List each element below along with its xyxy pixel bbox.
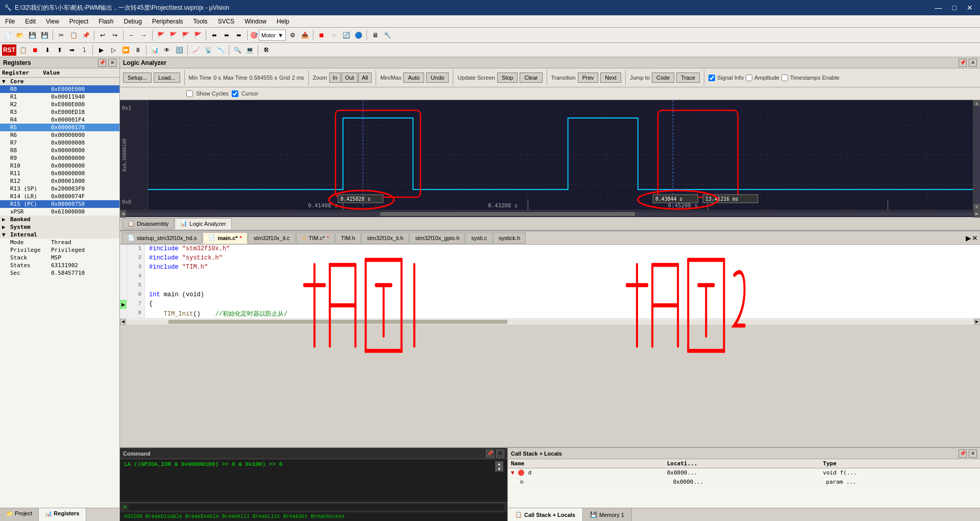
open-btn[interactable]: 📂 [14, 30, 26, 41]
view-watch-btn[interactable]: 👁 [161, 44, 173, 56]
reg-row-r10[interactable]: R10 0x00000000 [0, 162, 119, 170]
bp-btn1[interactable]: 🚩 [155, 30, 166, 41]
view-serial-btn[interactable]: 📡 [203, 44, 214, 56]
tab-systick-h[interactable]: systick.h [493, 232, 526, 244]
tab-stm32-ith[interactable]: stm32f10x_it.h [361, 232, 409, 244]
line-content-2[interactable]: #include "systick.h" [145, 254, 980, 263]
nav-back-btn[interactable]: ← [126, 30, 137, 41]
redo-btn[interactable]: ↪ [109, 30, 120, 41]
zoom-in-btn[interactable]: In [329, 73, 341, 83]
panel-pin-btn[interactable]: 📌 [98, 59, 106, 67]
callstack-pin-btn[interactable]: 📌 [959, 449, 967, 458]
hscroll-left-btn[interactable]: ◀ [120, 210, 126, 218]
auto-btn[interactable]: Auto [403, 73, 424, 83]
tab-startup[interactable]: 📄 startup_stm32f10x_hd.s [122, 232, 202, 244]
save-all-btn[interactable]: 💾 [39, 30, 50, 41]
target-dropdown[interactable]: Motor ▼ [259, 30, 286, 41]
project-tab[interactable]: 📁 Project [0, 508, 39, 521]
reg-row-r0[interactable]: R0 0xE000E000 [0, 85, 119, 93]
timestamps-cb[interactable] [781, 75, 788, 81]
tab-close-all-btn[interactable]: ✕ [972, 234, 978, 242]
reg-row-r3[interactable]: R3 0xE000ED18 [0, 108, 119, 116]
undo-btn[interactable]: ↩ [97, 30, 108, 41]
reg-row-r12[interactable]: R12 0x00001000 [0, 177, 119, 185]
dbg-step-over-btn[interactable]: ⤵ [79, 44, 90, 56]
reg-row-stack[interactable]: Stack MSP [0, 254, 119, 262]
bp-btn3[interactable]: 🚩 [180, 30, 191, 41]
tab-stm32-it[interactable]: stm32f10x_it.c [248, 232, 296, 244]
view-mem-btn[interactable]: 📊 [149, 44, 160, 56]
menu-help[interactable]: Help [272, 17, 295, 26]
reg-group-core[interactable]: ▼ Core [0, 78, 119, 85]
command-input-field[interactable] [129, 504, 504, 510]
menu-view[interactable]: View [41, 17, 64, 26]
show-cycles-cb[interactable] [186, 90, 193, 97]
reg-row-r15[interactable]: R15 (PC) 0x08000758 [0, 200, 119, 208]
dbg-step-btn[interactable]: ➡ [66, 44, 78, 56]
bp-btn4[interactable]: 🚩 [192, 30, 203, 41]
waveform-vscroll[interactable]: ▲ ▼ [973, 100, 980, 210]
paste-btn[interactable]: 📌 [80, 30, 91, 41]
line-content-4[interactable] [145, 272, 980, 281]
view-logic-btn[interactable]: 📉 [215, 44, 226, 56]
cmd-scroll-up[interactable]: ▲ [495, 461, 503, 466]
line-content-5[interactable] [145, 281, 980, 291]
line-content-8[interactable]: TIM_Init() //初始化定时器以防止从/ [145, 309, 980, 318]
tab-tim-c[interactable]: ⚠ TIM.c* [296, 232, 335, 244]
dbg-run2-btn[interactable]: ▶ [95, 44, 107, 56]
load-button[interactable]: Load... [154, 73, 180, 83]
dbg-step-out-btn[interactable]: ⬆ [54, 44, 65, 56]
prev-btn[interactable]: Prev [578, 73, 599, 83]
menu-flash[interactable]: Flash [93, 17, 118, 26]
stop-btn[interactable]: Stop [497, 73, 518, 83]
reg-row-r4[interactable]: R4 0x000001F4 [0, 116, 119, 124]
line-content-3[interactable]: #include "TIM.h" [145, 263, 980, 272]
reg-row-r1[interactable]: R1 0x00011940 [0, 93, 119, 101]
amplitude-cb[interactable] [746, 75, 752, 81]
menu-peripherals[interactable]: Peripherals [147, 17, 188, 26]
undo-btn-la[interactable]: Undo [426, 73, 449, 83]
cmd-scroll-dn[interactable]: ▼ [495, 466, 503, 471]
cs-row-n[interactable]: n 0x0000... param ... [508, 478, 980, 487]
dbg-rst-btn[interactable]: 🔄 [340, 30, 352, 41]
tab-disassembly[interactable]: 📋 Disassembly [122, 218, 174, 229]
view-opts-btn[interactable]: 🖥 [370, 30, 381, 41]
tab-main-c[interactable]: 📄 main.c* [203, 232, 247, 244]
maximize-button[interactable]: □ [949, 3, 960, 13]
dbg-break-btn[interactable]: ⏸ [132, 44, 143, 56]
view-cpu-btn[interactable]: 💻 [244, 44, 255, 56]
setup-button[interactable]: Setup... [123, 73, 152, 83]
rst-button[interactable]: RST [2, 44, 16, 56]
tab-overflow-btn[interactable]: ▶ [966, 234, 971, 242]
logic-pin-btn[interactable]: 📌 [959, 59, 967, 67]
dbg-runline-btn[interactable]: ▷ [108, 44, 119, 56]
reg-row-r8[interactable]: R8 0x00000000 [0, 147, 119, 154]
line-content-1[interactable]: #include "stm32f10x.h" [145, 245, 980, 254]
reg-row-r7[interactable]: R7 0x00000000 [0, 139, 119, 147]
cut-btn[interactable]: ✂ [56, 30, 67, 41]
reg-row-mode[interactable]: Mode Thread [0, 239, 119, 246]
zoom-out-btn[interactable]: Out [341, 73, 358, 83]
reg-row-r6[interactable]: R6 0x00000000 [0, 131, 119, 139]
code-scroll-left[interactable]: ◀ [120, 319, 126, 325]
close-button[interactable]: ✕ [964, 3, 976, 13]
command-close-btn[interactable]: ✕ [496, 449, 504, 458]
reg-row-r13[interactable]: R13 (SP) 0x200003F0 [0, 185, 119, 193]
dbg-stop-btn[interactable]: ⏹ [316, 30, 327, 41]
dbg-anim-btn[interactable]: ⏩ [120, 44, 131, 56]
waveform-hscroll[interactable]: ◀ ▶ [120, 210, 980, 217]
save-btn[interactable]: 💾 [27, 30, 38, 41]
reg-row-privilege[interactable]: Privilege Privileged [0, 246, 119, 254]
view-extra-btn[interactable]: 🔍 [232, 44, 243, 56]
registers-tab[interactable]: 📊 Registers [39, 508, 86, 521]
dbg-run-btn[interactable]: ○ [328, 30, 339, 41]
reg-group-internal[interactable]: ▼ Internal [0, 231, 119, 239]
reg-row-r14[interactable]: R14 (LR) 0x0800074F [0, 193, 119, 200]
trace-btn[interactable]: Trace [676, 73, 700, 83]
view-more-btn[interactable]: 📈 [190, 44, 202, 56]
dbg-tools-btn[interactable]: 🛠 [261, 44, 272, 56]
tab-stm32-gpio[interactable]: stm32f10x_gpio.h [409, 232, 465, 244]
code-scroll-right[interactable]: ▶ [974, 319, 980, 325]
dbg-stop2-btn[interactable]: ⏹ [30, 44, 41, 56]
vscroll-up-btn[interactable]: ▲ [973, 100, 980, 106]
